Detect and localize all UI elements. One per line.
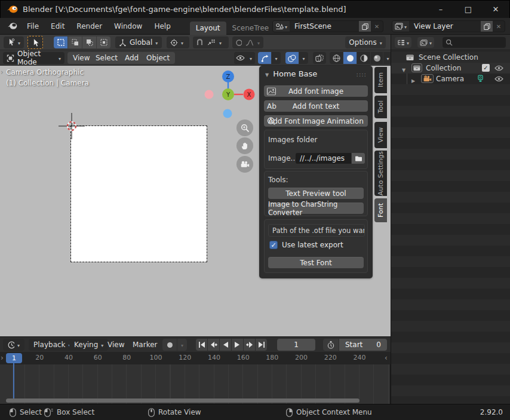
- viewport-3d[interactable]: Camera Orthographic (1) Collection | Cam…: [0, 66, 391, 336]
- overlays-dropdown[interactable]: [299, 52, 308, 64]
- expand-triangle-icon[interactable]: [411, 76, 415, 84]
- navigation-axis-gizmo[interactable]: Z Y X: [201, 67, 256, 119]
- select-mode-extend-button[interactable]: [68, 36, 82, 48]
- menu-render[interactable]: Render: [70, 18, 108, 35]
- unlink-scene-button[interactable]: ✕: [371, 21, 383, 32]
- current-frame-field[interactable]: 1: [277, 339, 315, 351]
- panel-header[interactable]: Home Base: [259, 66, 373, 81]
- close-button[interactable]: ✕: [482, 1, 509, 19]
- outliner-search-input[interactable]: [443, 37, 506, 48]
- new-scene-button[interactable]: [359, 21, 371, 32]
- use-latest-export-row[interactable]: Use latest export: [269, 241, 343, 249]
- jump-to-end-button[interactable]: [256, 339, 267, 351]
- tab-view[interactable]: View: [374, 122, 387, 148]
- current-frame-badge[interactable]: 1: [6, 353, 22, 363]
- object-visibility-dropdown[interactable]: [234, 52, 255, 64]
- timeline-scrollbar[interactable]: [6, 398, 360, 403]
- auto-key-dropdown[interactable]: [177, 339, 187, 351]
- tab-tool[interactable]: Tool: [374, 96, 387, 118]
- select-mode-subtract-button[interactable]: [82, 36, 96, 48]
- menu-help[interactable]: Help: [148, 18, 176, 35]
- tab-auto-settings[interactable]: Auto Settings: [374, 151, 387, 196]
- editor-type-dropdown[interactable]: [3, 339, 24, 351]
- maximize-button[interactable]: □: [454, 1, 482, 19]
- minimize-button[interactable]: –: [427, 1, 454, 19]
- add-font-text-button[interactable]: Ab Add font text: [264, 100, 368, 112]
- test-font-button[interactable]: Test Font: [268, 257, 364, 268]
- pan-hand-button[interactable]: [236, 137, 253, 154]
- auto-key-record-button[interactable]: [162, 339, 177, 351]
- snap-magnet-icon[interactable]: [196, 39, 203, 47]
- proportional-editing-group[interactable]: [232, 36, 263, 48]
- filter-dropdown[interactable]: [417, 37, 434, 48]
- select-mode-set-button[interactable]: [54, 36, 67, 48]
- options-dropdown[interactable]: Options: [345, 36, 386, 48]
- eye-icon[interactable]: [494, 76, 503, 82]
- viewport-menu-object[interactable]: Object: [141, 52, 175, 64]
- tab-font[interactable]: Font: [374, 198, 387, 222]
- mode-dropdown[interactable]: Object Mode: [3, 52, 64, 64]
- timeline-menu-view[interactable]: View: [103, 339, 129, 351]
- view-layer-browse-button[interactable]: [392, 21, 409, 32]
- xray-toggle-button[interactable]: [313, 52, 326, 64]
- tab-item[interactable]: Item: [374, 67, 387, 93]
- collection-exclude-checkbox[interactable]: [482, 64, 490, 72]
- menu-edit[interactable]: Edit: [45, 18, 70, 35]
- outliner-row-scene-collection[interactable]: Scene Collection: [391, 52, 510, 63]
- viewport-menu-select[interactable]: Select: [90, 52, 123, 64]
- shading-solid-button[interactable]: [343, 52, 357, 64]
- camera-view-button[interactable]: [236, 156, 253, 173]
- select-mode-invert-button[interactable]: [97, 36, 110, 48]
- outliner-row-collection[interactable]: Collection: [391, 63, 510, 73]
- add-font-image-button[interactable]: Add font image: [264, 85, 368, 97]
- image-to-charstring-button[interactable]: Image to CharString Converter: [268, 203, 364, 214]
- active-tool-button[interactable]: [27, 36, 43, 49]
- play-reverse-button[interactable]: [220, 339, 231, 351]
- blender-app-menu-icon[interactable]: [7, 22, 17, 30]
- next-keyframe-button[interactable]: [244, 339, 255, 351]
- scene-browse-button[interactable]: [273, 21, 290, 32]
- camera-data-icon[interactable]: [478, 75, 483, 82]
- view-layer-name-field[interactable]: View Layer: [409, 22, 481, 30]
- text-preview-tool-button[interactable]: Text Preview tool: [268, 188, 364, 199]
- drag-handle-icon[interactable]: [357, 69, 367, 78]
- timeline-menu-marker[interactable]: Marker: [128, 339, 162, 351]
- use-preview-range-button[interactable]: [323, 339, 339, 351]
- gizmos-dropdown[interactable]: [272, 52, 281, 64]
- overlays-toggle-button[interactable]: [285, 52, 299, 64]
- expand-triangle-icon[interactable]: [402, 65, 405, 73]
- jump-to-start-button[interactable]: [196, 339, 207, 351]
- workspace-tab-layout[interactable]: Layout: [190, 22, 226, 35]
- region-collapse-arrow[interactable]: [385, 354, 388, 362]
- play-button[interactable]: [232, 339, 243, 351]
- shading-material-button[interactable]: [357, 52, 370, 64]
- scene-name-field[interactable]: FirstScene: [290, 22, 359, 30]
- snap-target-icon[interactable]: [207, 39, 215, 46]
- image-path-input[interactable]: //../../images: [296, 153, 351, 164]
- toolbar-expand-arrow[interactable]: [1, 68, 4, 76]
- shading-rendered-button[interactable]: [371, 52, 383, 64]
- eye-icon[interactable]: [494, 65, 503, 71]
- shading-wireframe-button[interactable]: [330, 52, 343, 64]
- timeline-ruler[interactable]: 1 20406080100120140160180200220240: [0, 352, 391, 364]
- outliner-row-camera[interactable]: Camera: [391, 73, 510, 84]
- add-font-image-animation-button[interactable]: Add Font Image Animation: [264, 115, 368, 127]
- remove-view-layer-button[interactable]: ✕: [493, 21, 505, 32]
- prev-keyframe-button[interactable]: [208, 339, 219, 351]
- workspace-tab-scenetree[interactable]: SceneTree: [226, 22, 275, 35]
- region-expand-arrow[interactable]: [1, 354, 4, 362]
- playhead[interactable]: [13, 363, 14, 399]
- display-mode-dropdown[interactable]: [395, 37, 411, 48]
- pivot-point-dropdown[interactable]: [167, 36, 189, 48]
- active-tool-dropdown[interactable]: [4, 36, 24, 48]
- menu-file[interactable]: File: [21, 18, 45, 35]
- use-latest-export-checkbox[interactable]: [269, 241, 278, 249]
- transform-orientation-dropdown[interactable]: Global: [115, 36, 162, 48]
- new-view-layer-button[interactable]: [481, 21, 493, 32]
- playback-dropdown[interactable]: Playback: [29, 339, 76, 351]
- menu-window[interactable]: Window: [108, 18, 148, 35]
- zoom-button[interactable]: [236, 119, 253, 136]
- gizmos-toggle-button[interactable]: [258, 52, 271, 64]
- folder-browse-button[interactable]: [352, 153, 365, 164]
- frame-start-field[interactable]: Start 0: [339, 339, 387, 351]
